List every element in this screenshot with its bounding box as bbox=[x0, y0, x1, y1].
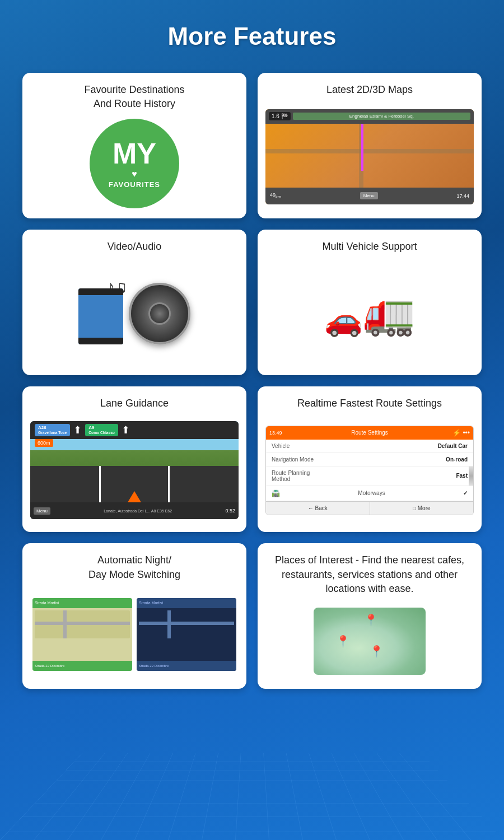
route-more-button[interactable]: □ More bbox=[370, 502, 474, 515]
day-map: Strada Mortivi Strada 22 Dicembre bbox=[32, 598, 132, 671]
poi-map: 📍 📍 📍 bbox=[314, 608, 426, 675]
route-vehicle-value: Default Car bbox=[438, 443, 468, 449]
lane-bottombar: Menu Lanate, Autostrada Dei L... A8 E35 … bbox=[30, 502, 239, 519]
card-maps-visual: 1.6 🏁 Enghelab Eslami & Ferdosei Sq. 49k… bbox=[265, 105, 474, 208]
card-audio-title: Video/Audio bbox=[108, 240, 162, 254]
night-map-topbar: Strada Mortivi bbox=[137, 598, 236, 608]
car-icon: 🚗 bbox=[324, 302, 363, 338]
route-motorways-check: ✓ bbox=[463, 490, 468, 496]
route-clock: 13:49 bbox=[269, 430, 282, 436]
poi-pin-c: 📍 bbox=[336, 634, 350, 648]
route-titlebar: 13:49 Route Settings ⚡ ••• bbox=[266, 426, 473, 440]
day-map-label: Strada Mortivi bbox=[35, 601, 59, 605]
route-motorways-row: 🛣️ Motorways ✓ bbox=[266, 486, 473, 501]
card-vehicles-visual: 🚗 🚛 bbox=[265, 262, 474, 366]
map-menu-button[interactable]: Menu bbox=[360, 192, 378, 199]
film-strip bbox=[78, 288, 123, 344]
map-route-text: Enghelab Eslami & Ferdosei Sq. bbox=[293, 113, 470, 120]
route-mockup: 13:49 Route Settings ⚡ ••• Vehicle Defau… bbox=[265, 426, 474, 515]
card-poi-title: Places of Interest - Find the nearest ca… bbox=[265, 553, 474, 596]
route-vehicle-label: Vehicle bbox=[272, 443, 290, 449]
night-map: Strada Mortivi Strada 22 Dicembre bbox=[137, 598, 236, 671]
night-map-bottombar: Strada 22 Dicembre bbox=[137, 661, 236, 671]
day-map-roads bbox=[35, 610, 130, 638]
day-road-horizontal bbox=[35, 622, 130, 625]
card-vehicles: Multi Vehicle Support 🚗 🚛 bbox=[258, 230, 482, 375]
card-audio-visual: ♪♫ bbox=[30, 262, 239, 366]
card-lane-visual: A26Gravellona Toce ⬆ A9Como Chiasso ⬆ 60… bbox=[30, 419, 239, 522]
audio-container: ♪♫ bbox=[78, 283, 190, 344]
card-lane: Lane Guidance A26Gravellona Toce ⬆ A9Com… bbox=[22, 386, 246, 532]
route-navmode-value: On-road bbox=[446, 456, 468, 463]
route-vehicle-row: Vehicle Default Car bbox=[266, 440, 473, 453]
map-arrival-time: 17:44 bbox=[456, 193, 469, 199]
night-road-horizontal bbox=[139, 622, 234, 625]
map-speed-display: 49km bbox=[270, 192, 281, 199]
route-navmode-label: Navigation Mode bbox=[272, 456, 314, 463]
speaker-icon bbox=[129, 283, 190, 344]
day-map-street-label: Strada 22 Dicembre bbox=[35, 664, 64, 668]
speaker-center bbox=[148, 302, 171, 325]
favourites-circle: MY ♥ FAVOURiTES bbox=[90, 119, 179, 208]
card-nightday-title: Automatic Night/Day Mode Switching bbox=[88, 553, 180, 581]
route-dots-icon: ⚡ ••• bbox=[452, 429, 470, 437]
lane-distance: 600m bbox=[35, 439, 53, 447]
map-bottombar: 49km Menu 17:44 bbox=[265, 188, 474, 204]
map-mockup: 1.6 🏁 Enghelab Eslami & Ferdosei Sq. 49k… bbox=[265, 109, 474, 204]
favourites-heart-icon: ♥ bbox=[132, 169, 137, 179]
route-navmode-row: Navigation Mode On-road bbox=[266, 453, 473, 466]
page-title: More Features bbox=[0, 0, 504, 67]
night-map-street-label: Strada 22 Dicembre bbox=[139, 664, 169, 668]
favourites-label: FAVOURiTES bbox=[109, 180, 160, 189]
vehicle-group: 🚗 🚛 bbox=[324, 289, 416, 338]
card-nightday: Automatic Night/Day Mode Switching Strad… bbox=[22, 543, 246, 689]
card-favourites-visual: MY ♥ FAVOURiTES bbox=[30, 119, 239, 208]
card-poi-visual: 📍 📍 📍 bbox=[265, 604, 474, 679]
lane-sign-a26: A26Gravellona Toce bbox=[35, 424, 70, 436]
route-motorways-label: Motorways bbox=[358, 490, 385, 496]
card-vehicles-title: Multi Vehicle Support bbox=[322, 240, 417, 254]
favourites-my-text: MY bbox=[113, 139, 156, 168]
card-favourites: Favourite DestinationsAnd Route History … bbox=[22, 73, 246, 218]
route-back-button[interactable]: ← Back bbox=[266, 502, 370, 515]
poi-pin-b: 📍 bbox=[364, 613, 378, 627]
card-poi: Places of Interest - Find the nearest ca… bbox=[258, 543, 482, 689]
card-route-title: Realtime Fastest Route Settings bbox=[297, 396, 442, 410]
night-map-roads bbox=[139, 610, 234, 638]
day-map-topbar: Strada Mortivi bbox=[32, 598, 132, 608]
card-lane-title: Lane Guidance bbox=[100, 396, 169, 410]
day-map-bottombar: Strada 22 Dicembre bbox=[32, 661, 132, 671]
feature-grid: Favourite DestinationsAnd Route History … bbox=[0, 67, 504, 722]
card-audio: Video/Audio ♪♫ bbox=[22, 230, 246, 375]
lane-topbar: A26Gravellona Toce ⬆ A9Como Chiasso ⬆ bbox=[30, 421, 239, 439]
map-topbar: 1.6 🏁 Enghelab Eslami & Ferdosei Sq. bbox=[265, 109, 474, 124]
card-nightday-visual: Strada Mortivi Strada 22 Dicembre bbox=[30, 590, 239, 679]
truck-icon: 🚛 bbox=[363, 289, 416, 338]
day-map-content bbox=[32, 608, 132, 641]
lane-arrow-icon bbox=[128, 491, 141, 502]
route-settings-label: Route Settings bbox=[351, 430, 388, 436]
map-route-line bbox=[361, 124, 363, 171]
route-planmethod-row: Route PlanningMethod Fast bbox=[266, 466, 473, 486]
route-motorways-icon: 🛣️ bbox=[272, 489, 280, 497]
route-plan-label: Route PlanningMethod bbox=[272, 470, 310, 482]
card-route: Realtime Fastest Route Settings 13:49 Ro… bbox=[258, 386, 482, 532]
nightday-container: Strada Mortivi Strada 22 Dicembre bbox=[30, 596, 239, 673]
lane-time: 0:52 bbox=[225, 508, 235, 514]
route-scrollbar bbox=[469, 466, 473, 486]
lane-mockup: A26Gravellona Toce ⬆ A9Como Chiasso ⬆ 60… bbox=[30, 421, 239, 519]
night-map-label: Strada Mortivi bbox=[139, 601, 163, 605]
poi-pin-d: 📍 bbox=[370, 645, 384, 658]
route-plan-value: Fast bbox=[456, 473, 468, 479]
card-favourites-title: Favourite DestinationsAnd Route History bbox=[84, 83, 184, 111]
card-maps: Latest 2D/3D Maps 1.6 🏁 Enghelab Eslami … bbox=[258, 73, 482, 218]
route-bottombar: ← Back □ More bbox=[266, 501, 473, 515]
night-map-content bbox=[137, 608, 236, 641]
card-route-visual: 13:49 Route Settings ⚡ ••• Vehicle Defau… bbox=[265, 419, 474, 522]
map-streets bbox=[265, 124, 474, 188]
lane-road-info: Lanate, Autostrada Dei L... A8 E35 E62 bbox=[104, 509, 172, 513]
card-maps-title: Latest 2D/3D Maps bbox=[326, 83, 413, 97]
lane-menu-button[interactable]: Menu bbox=[34, 507, 50, 515]
lane-sign-a9: A9Como Chiasso bbox=[85, 424, 118, 436]
map-speed-indicator: 1.6 🏁 bbox=[269, 112, 291, 120]
